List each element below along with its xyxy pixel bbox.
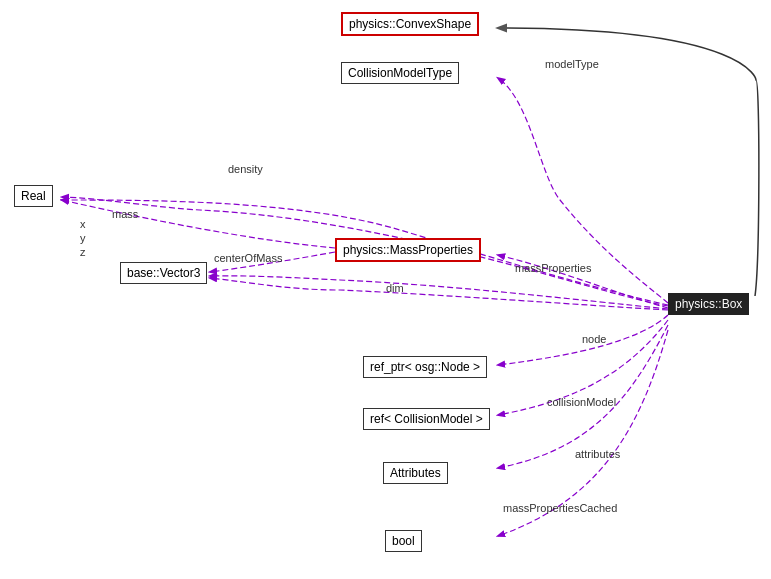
- edge-label-x: x: [80, 218, 86, 230]
- edge-label-modeltype: modelType: [545, 58, 599, 70]
- edge-label-masspropertiescached: massPropertiesCached: [503, 502, 617, 514]
- ref-ptr-node-label: ref_ptr< osg::Node >: [370, 360, 480, 374]
- edge-label-y: y: [80, 232, 86, 244]
- ref-ptr-node-node: ref_ptr< osg::Node >: [363, 356, 487, 378]
- convex-shape-label: physics::ConvexShape: [349, 17, 471, 31]
- edge-label-node: node: [582, 333, 606, 345]
- physics-box-label: physics::Box: [675, 297, 742, 311]
- base-vector3-node: base::Vector3: [120, 262, 207, 284]
- mass-properties-node: physics::MassProperties: [335, 238, 481, 262]
- ref-collision-model-node: ref< CollisionModel >: [363, 408, 490, 430]
- attributes-node: Attributes: [383, 462, 448, 484]
- attributes-label: Attributes: [390, 466, 441, 480]
- edge-label-mass: mass: [112, 208, 138, 220]
- bool-label: bool: [392, 534, 415, 548]
- collision-model-type-node: CollisionModelType: [341, 62, 459, 84]
- edge-label-dim: dim: [386, 282, 404, 294]
- bool-node: bool: [385, 530, 422, 552]
- edge-label-centerofmass: centerOfMass: [214, 252, 282, 264]
- edge-label-collisionmodel: collisionModel: [547, 396, 616, 408]
- convex-shape-node: physics::ConvexShape: [341, 12, 479, 36]
- edge-label-density: density: [228, 163, 263, 175]
- real-label: Real: [21, 189, 46, 203]
- base-vector3-label: base::Vector3: [127, 266, 200, 280]
- real-node: Real: [14, 185, 53, 207]
- edge-label-massproperties: massProperties: [515, 262, 591, 274]
- ref-collision-model-label: ref< CollisionModel >: [370, 412, 483, 426]
- mass-properties-label: physics::MassProperties: [343, 243, 473, 257]
- collision-model-type-label: CollisionModelType: [348, 66, 452, 80]
- physics-box-node: physics::Box: [668, 293, 749, 315]
- edge-label-attributes: attributes: [575, 448, 620, 460]
- edge-label-z: z: [80, 246, 86, 258]
